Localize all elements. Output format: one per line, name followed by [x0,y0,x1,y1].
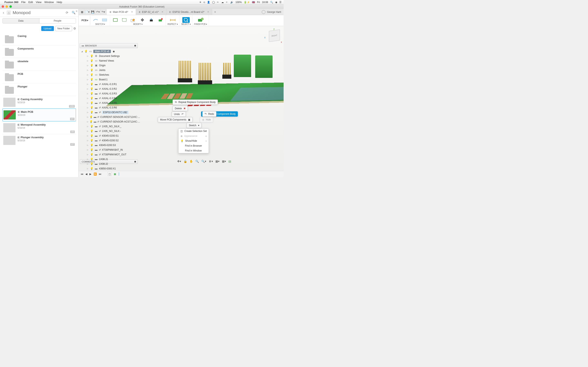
menu-edit[interactable]: Edit [28,1,33,4]
document-tab[interactable]: ◧ESP-32_v1 v1*✕ [136,9,166,15]
expand-icon[interactable]: ▷ [87,107,89,109]
cloud-icon[interactable]: ☁ [221,1,224,4]
orbit-icon[interactable]: ✥▾ [177,159,182,163]
tree-node[interactable]: ▷💡▬⇄AXIAL-0.3:R3 [80,91,138,96]
ctx-delete[interactable]: Delete ✖ [173,106,188,111]
tree-node[interactable]: ▷💡▭Sketches [80,72,138,77]
design-item[interactable]: ◧Monopod Assembly5/15/19V8 [2,121,76,134]
timeline-play-icon[interactable]: ▶ [89,173,91,175]
expand-icon[interactable]: ▷ [87,102,89,104]
expand-icon[interactable]: ▷ [87,140,89,142]
expand-icon[interactable]: ▷ [87,83,89,85]
ctx-move-pcb[interactable]: Move PCB Components ▣ [158,117,192,122]
bulb-icon[interactable]: 💡 [90,101,93,104]
modify-edit-icon[interactable] [121,17,128,23]
tree-node[interactable]: ▷💡▬⇄CURRENT-SENSOR-ACS712#IC:… [80,119,138,124]
file-dropdown-icon[interactable]: 📄▾ [85,9,90,15]
bulb-icon[interactable]: 💡 [90,143,93,147]
tree-node[interactable]: ▷💡▬⇄CURRENT-SENSOR-ACS712#IC:… [80,115,138,119]
expand-icon[interactable]: ▷ [87,97,89,99]
tree-node[interactable]: ▷💡▬⇄AXIAL-0.3:R6 [80,105,138,110]
tree-node[interactable]: ▷💡▬⇄1X05_NO_SILK:- [80,129,138,133]
bulb-icon[interactable]: 💡 [90,129,93,133]
viewports-icon[interactable]: ▦▾ [221,159,227,163]
timeline-next-icon[interactable]: ⏩ [94,173,97,175]
inspect-group-label[interactable]: INSPECT ▾ [167,23,178,25]
glasses-icon[interactable]: ᯅ [217,1,219,4]
expand-icon[interactable]: ▷ [87,144,89,146]
tree-node[interactable]: ▷💡▬⇄AXIAL-0.3:R4 [80,96,138,100]
view-cube[interactable]: y z x RIGHT [267,29,281,43]
expand-icon[interactable]: ▷ [87,135,89,137]
bulb-icon[interactable]: 💡 [90,73,93,76]
bulb-icon[interactable]: 💡 [90,92,93,95]
context-menu-item[interactable]: Find in Browser [178,143,209,148]
new-folder-button[interactable]: New Folder [55,26,72,31]
tree-node[interactable]: ▷💡▬43045-0200:S3 [80,143,138,147]
expand-icon[interactable]: ▷ [87,88,89,90]
new-tab-button[interactable]: ＋ [212,9,218,15]
bulb-icon[interactable]: 💡 [90,97,93,100]
bulb-icon[interactable]: 💡 [90,139,93,142]
bulb-icon[interactable]: 💡 [90,83,93,86]
timeline-prev-icon[interactable]: ◀ [85,173,87,175]
folder-item[interactable]: Plunger [2,83,76,96]
timeline-start-icon[interactable]: ⏮ [81,173,83,175]
ctx-undo[interactable]: Undo ↶ [172,111,186,117]
grid-icon[interactable]: ▦ [79,9,85,15]
menu-view[interactable]: View [36,1,42,4]
sketch-line-icon[interactable] [92,17,99,23]
battery-icon[interactable]: 🔋⚡ [244,1,250,4]
timeline-feature2-icon[interactable]: ▣ [114,173,116,175]
tree-node[interactable]: ▷💡▣Origin [80,63,138,68]
expand-icon[interactable]: ▷ [87,92,89,95]
folder-item[interactable]: Casing [2,33,76,45]
expand-icon[interactable]: ▷ [87,74,89,76]
select-tool-icon[interactable] [182,17,190,23]
bulb-icon[interactable]: 💡 [90,59,93,62]
modify-write-icon[interactable] [130,17,137,23]
seg-data[interactable]: Data [3,18,39,23]
tree-node[interactable]: ▷💡▬⇄AXIAL-0.3:R1 [80,82,138,86]
design-item[interactable]: ◧Main PCB5/23/19V7 [2,108,76,121]
bulb-icon[interactable]: 💡 [90,148,93,151]
select-group-label[interactable]: SELECT ▾ [181,23,191,25]
sync-icon[interactable]: ◯ [212,1,215,4]
grid-display-icon[interactable]: ▦▾ [215,159,220,163]
user-icon[interactable]: 👤 [207,1,210,4]
modify-chip2-icon[interactable] [156,17,164,23]
redo-icon[interactable]: ↷▾ [101,9,106,15]
bulb-icon[interactable]: 💡 [90,68,93,72]
document-tab[interactable]: ◧Main PCB v6*✕ [107,9,136,15]
modify-chip-icon[interactable] [148,17,155,23]
context-menu-item[interactable]: ◫Create Selection Set [178,129,209,133]
finish-pcb-icon[interactable] [197,17,204,23]
tree-node[interactable]: ▷💡▭Named Views [80,58,138,63]
timeline-end-icon[interactable]: ⏭ [99,173,102,175]
folder-item[interactable]: PCB [2,71,76,83]
expand-icon[interactable]: ▷ [87,167,89,170]
bulb-icon[interactable]: 💡 [90,78,93,81]
bulb-off-icon[interactable]: 💡 [90,64,93,67]
close-tab-icon[interactable]: ✕ [131,11,133,13]
wifi-icon[interactable]: ᯤ [226,1,228,4]
folder-item[interactable]: Components [2,45,76,58]
close-panel-icon[interactable]: ✕ [76,10,78,13]
seg-people[interactable]: People [39,18,76,23]
pan-icon[interactable]: ✋ [189,159,194,163]
bulb-icon[interactable]: 💡 [90,162,93,165]
app-name[interactable]: Fusion 360 [4,1,18,4]
expand-icon[interactable]: ▷ [87,149,89,151]
document-tab[interactable]: ◧ESP32 Develo…nt Board v2*✕ [166,9,212,15]
viewcube-face[interactable]: RIGHT [269,29,280,42]
ctx-redo[interactable]: ↷ Redo [202,111,216,117]
expand-icon[interactable]: ▷ [87,163,89,165]
display-icon[interactable]: 🖥▾ [208,159,214,163]
tree-node[interactable]: ▷💡▬⇄XT30PWM:BAT_IN [80,147,138,152]
canvas-viewport[interactable]: y z x RIGHT [79,26,284,171]
expand-icon[interactable]: ▷ [87,55,89,57]
tree-node[interactable]: ▷💡▬⇄XT30PWM:MOT_OUT [80,152,138,157]
bulb-icon[interactable]: 💡 [90,158,93,161]
modify-move-icon[interactable]: ✥ [139,17,146,23]
tree-node[interactable]: ▷💡▬⇄ESP32-DEVKITC:U$2 [80,110,138,115]
